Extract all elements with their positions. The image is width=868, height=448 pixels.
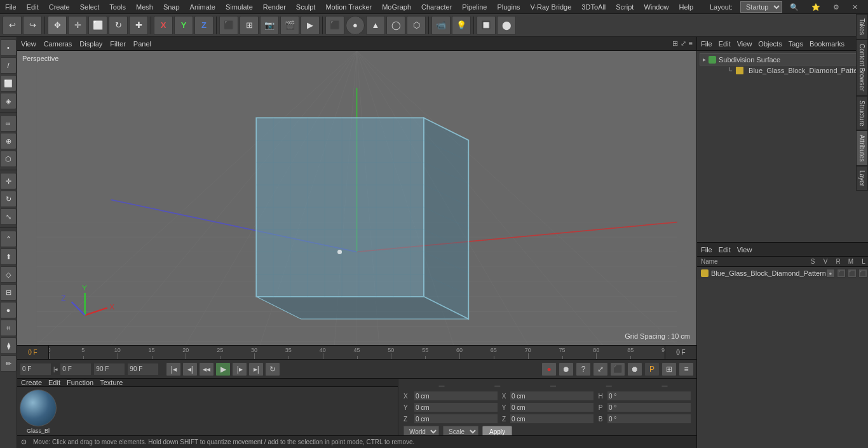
keyframe-button[interactable]: P [644,362,660,376]
close-icon[interactable]: ✕ [847,0,863,14]
settings-icon[interactable]: ⚙ [828,0,844,14]
menu-mesh[interactable]: Mesh [131,0,158,14]
sculpt-button[interactable]: ⧫ [0,337,17,354]
menu-window[interactable]: Window [639,0,674,14]
menu-motion-tracker[interactable]: Motion Tracker [320,0,377,14]
menu-simulate[interactable]: Simulate [220,0,258,14]
obj-view-menu[interactable]: View [737,40,752,48]
add-object-button[interactable]: ✚ [129,16,148,35]
obj-file-menu[interactable]: File [701,40,712,48]
camera-obj-button[interactable]: 📹 [431,16,451,35]
material-sphere-preview[interactable] [20,390,57,426]
timeline-ruler[interactable]: 0 F 051015202530354045505560657075808590… [17,345,696,359]
move-tool-button[interactable]: ✛ [0,173,17,189]
menu-vray[interactable]: V-Ray Bridge [526,0,577,14]
menu-plugins[interactable]: Plugins [492,0,525,14]
x-pos-input[interactable] [414,391,498,401]
transform-button[interactable]: ⬛ [610,362,625,376]
layout-dropdown[interactable]: Startup [740,1,782,13]
obj-edit-menu[interactable]: Edit [719,40,731,48]
menu-select[interactable]: Select [75,0,105,14]
attr-file-menu[interactable]: File [701,246,712,254]
viewport-render-button[interactable]: 🎬 [280,16,299,35]
play-forward-button[interactable]: ▶ [215,362,231,376]
menu-character[interactable]: Character [416,0,457,14]
render-playback-button[interactable]: ⏺ [627,362,642,376]
attr-icon-1[interactable]: ● [826,269,835,278]
sphere-button[interactable]: ● [346,16,365,35]
display-menu[interactable]: Display [79,40,102,48]
material-function-menu[interactable]: Function [67,379,93,386]
tab-takes[interactable]: Takes [856,14,868,39]
menu-create[interactable]: Create [44,0,75,14]
tab-structure[interactable]: Structure [856,96,868,131]
step-back-button[interactable]: ◂| [182,362,198,376]
redo-button[interactable]: ↪ [23,16,42,35]
current-frame-input[interactable] [60,363,92,376]
obj-item-subdivision-surface[interactable]: ▸ Subdivision Surface ✓ [700,53,868,65]
menu-edit[interactable]: Edit [22,0,44,14]
viewport-menu-icon[interactable]: ≡ [689,39,693,48]
rotate-mode-button[interactable]: ↻ [109,16,128,35]
paint-button[interactable]: ✏ [0,355,17,372]
bookmark-icon[interactable]: ⭐ [806,0,825,14]
menu-file[interactable]: File [0,0,22,14]
knife-tool-button[interactable]: ⌃ [0,231,17,247]
search-icon[interactable]: 🔍 [785,0,804,14]
tab-attributes[interactable]: Attributes [856,130,868,166]
move-mode-button[interactable]: ✛ [68,16,87,35]
menu-tools[interactable]: Tools [104,0,131,14]
total-frame-input[interactable] [127,363,159,376]
material-edit-menu[interactable]: Edit [48,379,60,386]
auto-key-button[interactable]: ⏺ [559,362,574,376]
obj-item-blue-glass[interactable]: └ Blue_Glass_Block_Diamond_Pattern [712,65,868,76]
3d-viewport[interactable]: X Y Z Perspective Grid Spacing : 10 cm [17,51,696,345]
edges-mode-button[interactable]: / [0,57,17,74]
menu-mograph[interactable]: MoGraph [377,0,416,14]
y-size-input[interactable] [510,402,594,412]
attr-view-menu[interactable]: View [737,246,752,254]
loop-sel-button[interactable]: ∞ [0,115,17,132]
viewport-solo-button[interactable]: ⬛ [219,16,238,35]
z-axis-button[interactable]: Z [194,16,214,35]
play-back-button[interactable]: ◂◂ [199,362,214,376]
end-frame-input[interactable] [93,363,125,376]
start-frame-input[interactable] [20,363,51,376]
fill-sel-button[interactable]: ⬡ [0,151,17,167]
soft-select-button[interactable]: ⬤ [497,16,516,35]
select-mode-button[interactable]: ✥ [48,16,67,35]
points-mode-button[interactable]: • [0,39,17,56]
polygon-button[interactable]: ⬡ [407,16,426,35]
loop-button[interactable]: ↻ [265,362,280,376]
menu-snap[interactable]: Snap [158,0,185,14]
menu-render[interactable]: Render [258,0,291,14]
go-start-button[interactable]: |◂ [166,362,181,376]
h-val-input[interactable] [607,391,691,401]
attr-icon-3[interactable]: ⬛ [848,269,857,278]
cube-button[interactable]: ⬛ [325,16,344,35]
go-end-button[interactable]: ▸| [248,362,264,376]
z-pos-input[interactable] [414,414,498,424]
circle-button[interactable]: ◯ [386,16,405,35]
menu-animate[interactable]: Animate [185,0,220,14]
timeline-track[interactable]: 051015202530354045505560657075808590 [49,346,665,360]
obj-bookmarks-menu[interactable]: Bookmarks [810,40,844,48]
menu-script[interactable]: Script [611,0,639,14]
material-thumbnail[interactable]: Glass_Bl [20,390,57,434]
tab-layer[interactable]: Layer [856,166,868,191]
material-create-menu[interactable]: Create [21,379,42,386]
cone-button[interactable]: ▲ [366,16,385,35]
subdiv-expand-icon[interactable]: ▸ [703,56,706,63]
light-button[interactable]: 💡 [452,16,471,35]
x-axis-button[interactable]: X [154,16,173,35]
menu-sculpt[interactable]: Sculpt [291,0,321,14]
tab-content-browser[interactable]: Content Browser [856,39,868,95]
attr-edit-menu[interactable]: Edit [719,246,731,254]
scale-tool-button[interactable]: ⤡ [0,208,17,225]
panel-menu[interactable]: Panel [133,40,151,48]
z-size-input[interactable] [510,414,594,424]
help-button[interactable]: ? [576,362,591,376]
attr-blue-glass-row[interactable]: Blue_Glass_Block_Diamond_Pattern ● ⬛ ⬛ ⬛… [697,267,868,280]
view-menu[interactable]: View [21,40,36,48]
filter-menu[interactable]: Filter [110,40,125,48]
